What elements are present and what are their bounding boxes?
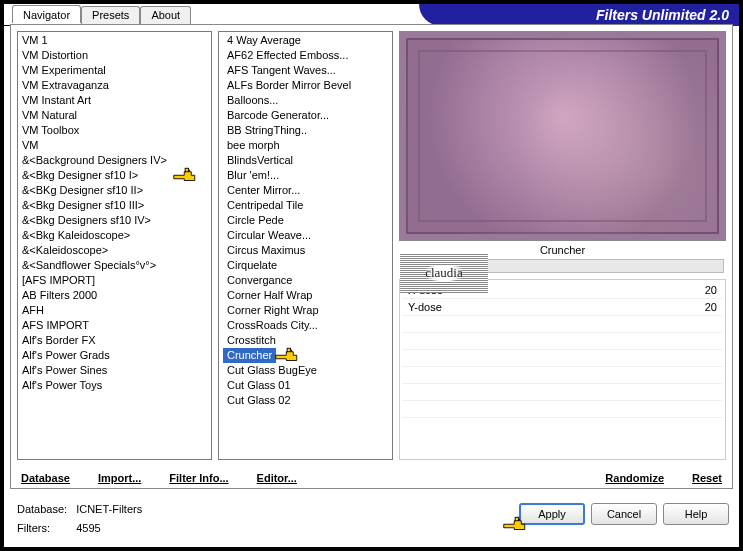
bottom-link-bar: Database Import... Filter Info... Editor… — [21, 472, 722, 484]
database-label: Database: — [16, 501, 73, 518]
param-value: 20 — [705, 301, 717, 313]
list-item[interactable]: Barcode Generator... — [223, 109, 333, 121]
list-item[interactable]: Alf's Power Sines — [18, 363, 211, 378]
filters-value: 4595 — [75, 520, 143, 537]
list-item[interactable]: AFS IMPORT — [18, 318, 211, 333]
list-item[interactable]: VM Instant Art — [18, 93, 211, 108]
tab-strip: Navigator Presets About — [12, 5, 191, 23]
list-item[interactable]: AFH — [18, 303, 211, 318]
list-item[interactable]: Balloons... — [223, 94, 282, 106]
list-item[interactable]: Center Mirror... — [223, 184, 304, 196]
list-item[interactable]: AF62 Effected Emboss... — [223, 49, 352, 61]
right-pane: Cruncher X-dose20Y-dose20 — [399, 31, 726, 460]
apply-button[interactable]: Apply — [519, 503, 585, 525]
watermark: claudia — [400, 253, 488, 293]
list-item[interactable]: Circle Pede — [223, 214, 288, 226]
list-item[interactable]: Cruncher — [223, 348, 276, 363]
category-list[interactable]: VM 1VM DistortionVM ExperimentalVM Extra… — [17, 31, 212, 460]
list-item[interactable]: Convergance — [223, 274, 296, 286]
list-item[interactable]: Cut Glass BugEye — [223, 364, 321, 376]
list-item[interactable]: AFS Tangent Waves... — [223, 64, 340, 76]
list-item[interactable]: &<Bkg Designers sf10 IV> — [18, 213, 211, 228]
database-value: ICNET-Filters — [75, 501, 143, 518]
filter-list[interactable]: 4 Way AverageAF62 Effected Emboss...AFS … — [218, 31, 393, 460]
param-name: Y-dose — [408, 301, 442, 313]
param-row-empty — [402, 316, 723, 333]
filter-info-link[interactable]: Filter Info... — [169, 472, 228, 484]
tab-presets[interactable]: Presets — [81, 6, 140, 24]
list-item[interactable]: Cut Glass 01 — [223, 379, 295, 391]
list-item[interactable]: AB Filters 2000 — [18, 288, 211, 303]
tab-about[interactable]: About — [140, 6, 191, 24]
list-item[interactable]: &<Bkg Designer sf10 I> — [18, 168, 211, 183]
param-row[interactable]: Y-dose20 — [402, 299, 723, 316]
list-item[interactable]: Corner Right Wrap — [223, 304, 323, 316]
list-item[interactable]: VM Natural — [18, 108, 211, 123]
list-item[interactable]: Crosstitch — [223, 334, 280, 346]
list-item[interactable]: Circus Maximus — [223, 244, 309, 256]
list-item[interactable]: &<Sandflower Specials°v°> — [18, 258, 211, 273]
list-item[interactable]: 4 Way Average — [223, 34, 305, 46]
list-item[interactable]: &<Background Designers IV> — [18, 153, 211, 168]
list-item[interactable]: &<Kaleidoscope> — [18, 243, 211, 258]
filters-label: Filters: — [16, 520, 73, 537]
list-item[interactable]: Centripedal Tile — [223, 199, 307, 211]
param-row-empty — [402, 350, 723, 367]
tab-navigator[interactable]: Navigator — [12, 5, 81, 23]
param-row-empty — [402, 401, 723, 418]
list-item[interactable]: VM Distortion — [18, 48, 211, 63]
list-item[interactable]: Blur 'em!... — [223, 169, 283, 181]
list-item[interactable]: Alf's Power Toys — [18, 378, 211, 393]
parameter-list[interactable]: X-dose20Y-dose20 — [399, 279, 726, 460]
list-item[interactable]: Cut Glass 02 — [223, 394, 295, 406]
list-item[interactable]: [AFS IMPORT] — [18, 273, 211, 288]
list-item[interactable]: &<BKg Designer sf10 II> — [18, 183, 211, 198]
list-item[interactable]: VM Experimental — [18, 63, 211, 78]
list-item[interactable]: Cirquelate — [223, 259, 281, 271]
param-row-empty — [402, 384, 723, 401]
navigator-panel: VM 1VM DistortionVM ExperimentalVM Extra… — [10, 24, 733, 489]
param-value: 20 — [705, 284, 717, 296]
list-item[interactable]: BB StringThing.. — [223, 124, 311, 136]
list-item[interactable]: VM — [18, 138, 211, 153]
editor-link[interactable]: Editor... — [257, 472, 297, 484]
list-item[interactable]: VM Toolbox — [18, 123, 211, 138]
list-item[interactable]: &<Bkg Designer sf10 III> — [18, 198, 211, 213]
list-item[interactable]: BlindsVertical — [223, 154, 297, 166]
list-item[interactable]: Alf's Border FX — [18, 333, 211, 348]
randomize-link[interactable]: Randomize — [605, 472, 664, 484]
param-row-empty — [402, 367, 723, 384]
footer: Database: ICNET-Filters Filters: 4595 Ap… — [10, 493, 733, 543]
import-link[interactable]: Import... — [98, 472, 141, 484]
list-item[interactable]: VM Extravaganza — [18, 78, 211, 93]
list-item[interactable]: ALFs Border Mirror Bevel — [223, 79, 355, 91]
cancel-button[interactable]: Cancel — [591, 503, 657, 525]
param-row-empty — [402, 333, 723, 350]
list-item[interactable]: &<Bkg Kaleidoscope> — [18, 228, 211, 243]
list-item[interactable]: Alf's Power Grads — [18, 348, 211, 363]
preview-image — [399, 31, 726, 241]
reset-link[interactable]: Reset — [692, 472, 722, 484]
list-item[interactable]: VM 1 — [18, 33, 211, 48]
list-item[interactable]: Corner Half Wrap — [223, 289, 316, 301]
app-title: Filters Unlimited 2.0 — [419, 4, 739, 26]
database-link[interactable]: Database — [21, 472, 70, 484]
list-item[interactable]: CrossRoads City... — [223, 319, 322, 331]
footer-info: Database: ICNET-Filters Filters: 4595 — [14, 499, 145, 539]
list-item[interactable]: Circular Weave... — [223, 229, 315, 241]
help-button[interactable]: Help — [663, 503, 729, 525]
list-item[interactable]: bee morph — [223, 139, 284, 151]
